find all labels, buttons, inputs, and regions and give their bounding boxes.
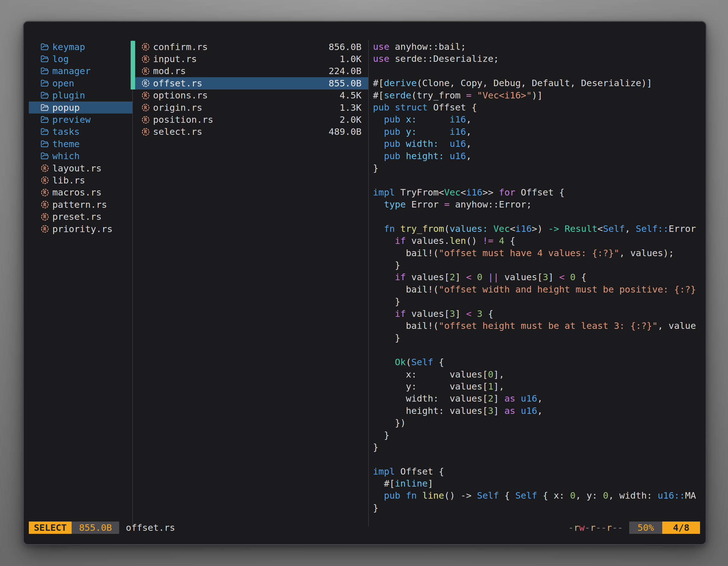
folder-open-icon bbox=[40, 115, 50, 125]
file-name: origin.rs bbox=[153, 102, 202, 113]
file-size: 2.0K bbox=[340, 114, 368, 125]
file-manager-window: keymaplogmanageropenpluginpopuppreviewta… bbox=[23, 21, 706, 545]
folder-open-icon bbox=[40, 103, 50, 112]
item-label: lib.rs bbox=[52, 175, 85, 186]
sidebar-item-tasks[interactable]: tasks bbox=[29, 126, 132, 138]
sidebar-item-priority-rs[interactable]: Rpriority.rs bbox=[29, 223, 132, 235]
code-line bbox=[373, 453, 706, 465]
code-line: pub fn line() -> Self { Self { x: 0, y: … bbox=[373, 490, 706, 502]
item-label: theme bbox=[52, 139, 80, 149]
sidebar-item-plugin[interactable]: plugin bbox=[29, 90, 132, 102]
sidebar-item-open[interactable]: open bbox=[29, 77, 132, 89]
code-line: x: values[0], bbox=[373, 368, 706, 380]
sidebar-item-log[interactable]: log bbox=[29, 53, 132, 65]
file-size: 224.0B bbox=[329, 66, 368, 76]
rust-file-icon: R bbox=[141, 115, 150, 125]
parent-directory-pane: keymaplogmanageropenpluginpopuppreviewta… bbox=[29, 41, 132, 235]
code-line: #[serde(try_from = "Vec<i16>")] bbox=[373, 90, 706, 102]
sidebar-item-keymap[interactable]: keymap bbox=[29, 41, 132, 53]
file-size: 4.5K bbox=[340, 90, 368, 101]
scrollbar-thumb[interactable] bbox=[131, 41, 135, 90]
permission-char: - bbox=[568, 522, 574, 533]
pane-divider bbox=[368, 40, 369, 527]
code-line: #[inline] bbox=[373, 478, 706, 490]
mode-badge: SELECT bbox=[29, 522, 72, 534]
sidebar-item-popup[interactable]: popup bbox=[29, 102, 132, 114]
code-line: if values[3] < 3 { bbox=[373, 308, 706, 320]
rust-file-icon: R bbox=[40, 200, 50, 210]
sidebar-item-pattern-rs[interactable]: Rpattern.rs bbox=[29, 199, 132, 211]
permission-char: r bbox=[574, 522, 579, 533]
code-line: } bbox=[373, 162, 706, 174]
rust-file-icon: R bbox=[141, 42, 150, 52]
folder-open-icon bbox=[40, 66, 50, 76]
rust-file-icon: R bbox=[40, 212, 50, 222]
item-label: macros.rs bbox=[52, 187, 102, 198]
code-line bbox=[373, 174, 706, 186]
sidebar-item-macros-rs[interactable]: Rmacros.rs bbox=[29, 187, 132, 199]
file-row-input-rs[interactable]: Rinput.rs1.0K bbox=[133, 53, 368, 65]
item-label: plugin bbox=[52, 90, 85, 101]
code-line: height: values[3] as u16, bbox=[373, 405, 706, 417]
item-label: pattern.rs bbox=[52, 200, 107, 210]
cursor-position-badge: 4/8 bbox=[662, 522, 700, 534]
rust-file-icon: R bbox=[40, 224, 50, 234]
permission-char: - bbox=[601, 522, 607, 533]
code-line: bail!("offset height must be at least 3:… bbox=[373, 320, 706, 332]
file-size: 855.0B bbox=[329, 78, 368, 89]
file-name: offset.rs bbox=[153, 78, 202, 89]
item-label: preview bbox=[52, 114, 91, 125]
sidebar-item-layout-rs[interactable]: Rlayout.rs bbox=[29, 162, 132, 174]
item-label: tasks bbox=[52, 126, 80, 137]
sidebar-item-lib-rs[interactable]: Rlib.rs bbox=[29, 174, 132, 186]
file-row-select-rs[interactable]: Rselect.rs489.0B bbox=[133, 126, 368, 138]
file-name: position.rs bbox=[153, 114, 213, 125]
folder-open-icon bbox=[40, 42, 50, 52]
file-row-options-rs[interactable]: Roptions.rs4.5K bbox=[133, 90, 368, 102]
code-line: pub x: i16, bbox=[373, 114, 706, 126]
sidebar-item-manager[interactable]: manager bbox=[29, 65, 132, 77]
file-name: options.rs bbox=[153, 90, 208, 101]
code-line: } bbox=[373, 502, 706, 514]
status-spacer bbox=[175, 522, 568, 534]
rust-file-icon: R bbox=[141, 66, 150, 76]
sidebar-item-preview[interactable]: preview bbox=[29, 114, 132, 126]
code-line: } bbox=[373, 429, 706, 441]
code-line: impl Offset { bbox=[373, 466, 706, 478]
file-size-badge: 855.0B bbox=[72, 522, 119, 534]
rust-file-icon: R bbox=[141, 79, 150, 88]
status-bar: SELECT 855.0B offset.rs -rw-r--r-- 50% 4… bbox=[29, 522, 700, 534]
code-line: type Error = anyhow::Error; bbox=[373, 199, 706, 211]
folder-open-icon bbox=[40, 54, 50, 64]
preview-pane: use anyhow::bail;use serde::Deserialize;… bbox=[373, 41, 706, 514]
folder-open-icon bbox=[40, 127, 50, 137]
code-line: if values[2] < 0 || values[3] < 0 { bbox=[373, 271, 706, 283]
code-line: use serde::Deserialize; bbox=[373, 53, 706, 65]
file-row-position-rs[interactable]: Rposition.rs2.0K bbox=[133, 114, 368, 126]
code-line: pub width: u16, bbox=[373, 138, 706, 150]
code-line bbox=[373, 65, 706, 77]
scroll-percent-badge: 50% bbox=[629, 522, 663, 534]
permission-char: - bbox=[596, 522, 601, 533]
sidebar-item-preset-rs[interactable]: Rpreset.rs bbox=[29, 211, 132, 223]
file-row-origin-rs[interactable]: Rorigin.rs1.3K bbox=[133, 102, 368, 114]
desktop: { "palette":{ "window_bg":"#1b1b1d","sel… bbox=[0, 0, 728, 566]
rust-file-icon: R bbox=[40, 164, 50, 173]
permission-char: - bbox=[612, 522, 617, 533]
code-line: pub y: i16, bbox=[373, 126, 706, 138]
item-label: priority.rs bbox=[52, 224, 112, 234]
code-line bbox=[373, 344, 706, 356]
code-line: if values.len() != 4 { bbox=[373, 235, 706, 247]
rust-file-icon: R bbox=[40, 176, 50, 185]
item-label: keymap bbox=[52, 42, 85, 52]
file-size: 856.0B bbox=[329, 42, 368, 52]
sidebar-item-which[interactable]: which bbox=[29, 150, 132, 162]
file-row-confirm-rs[interactable]: Rconfirm.rs856.0B bbox=[133, 41, 368, 53]
file-row-mod-rs[interactable]: Rmod.rs224.0B bbox=[133, 65, 368, 77]
rust-file-icon: R bbox=[141, 127, 150, 137]
sidebar-item-theme[interactable]: theme bbox=[29, 138, 132, 150]
item-label: which bbox=[52, 151, 80, 161]
file-row-offset-rs[interactable]: Roffset.rs855.0B bbox=[135, 77, 368, 89]
permission-char: w bbox=[579, 522, 585, 533]
folder-open-icon bbox=[40, 79, 50, 88]
